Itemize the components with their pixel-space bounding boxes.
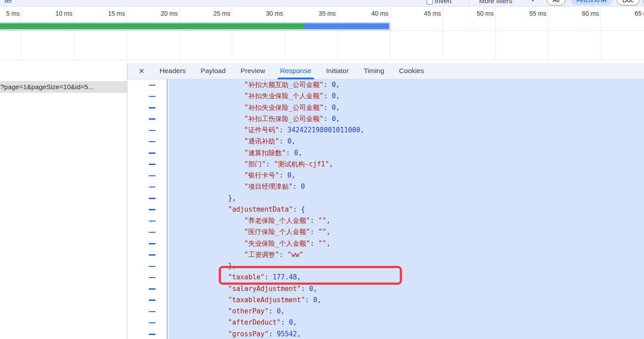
json-line: "速算扣除数": 0, xyxy=(127,148,644,159)
fold-toggle-icon[interactable] xyxy=(149,85,156,86)
invert-checkbox[interactable] xyxy=(427,0,433,4)
json-line: "taxableAdjustment": 0, xyxy=(127,295,644,306)
json-line-text: "证件号码": 342422198001011000, xyxy=(169,125,364,136)
fold-toggle-icon[interactable] xyxy=(149,141,156,143)
fold-toggle-icon[interactable] xyxy=(149,152,156,154)
json-line: "otherPay": 0, xyxy=(127,306,644,317)
json-line-text: "adjustmentData": { xyxy=(169,204,305,215)
json-line-text: "补扣大额互助_公司金额": 0, xyxy=(169,79,340,91)
gutter-cell xyxy=(127,91,169,102)
invert-label[interactable]: Invert xyxy=(435,0,452,4)
fold-toggle-icon[interactable] xyxy=(149,130,156,131)
json-line: "补扣大额互助_公司金额": 0, xyxy=(127,79,644,91)
json-punctuation: : xyxy=(264,273,272,281)
fold-toggle-icon[interactable] xyxy=(149,107,156,109)
json-punctuation: , xyxy=(336,81,340,89)
fold-toggle-icon[interactable] xyxy=(149,209,156,210)
fold-toggle-icon[interactable] xyxy=(149,187,156,188)
response-viewer[interactable]: "补扣大额互助_公司金额": 0,"补扣失业保险_个人金额": 0,"补扣失业保… xyxy=(127,79,644,339)
json-punctuation: , xyxy=(291,137,295,145)
bar-segment-waiting xyxy=(0,23,304,29)
tab-initiator[interactable]: Initiator xyxy=(326,63,349,79)
json-punctuation: : xyxy=(279,171,287,179)
more-filters-button[interactable]: More filters xyxy=(479,0,512,4)
json-line: "养老保险_个人金额": "", xyxy=(127,215,644,226)
tab-payload[interactable]: Payload xyxy=(201,63,226,79)
json-punctuation: : xyxy=(266,160,274,168)
fold-toggle-icon[interactable] xyxy=(149,300,156,301)
fold-toggle-icon[interactable] xyxy=(149,232,156,233)
json-number: 0 xyxy=(309,285,313,293)
toolbar-separator xyxy=(469,0,469,7)
json-line: "工资调整": "ww" xyxy=(127,249,644,261)
json-line-text: "医疗保险_个人金额": "", xyxy=(169,226,330,238)
timeline-tick-label: 50 ms xyxy=(447,10,494,17)
json-key: "补扣工伤保险_公司金额" xyxy=(244,115,324,123)
json-punctuation: : xyxy=(279,251,287,259)
json-number: 0 xyxy=(332,81,336,89)
json-punctuation: , xyxy=(360,126,364,134)
fold-toggle-icon[interactable] xyxy=(149,164,156,165)
json-punctuation: }, xyxy=(228,194,236,202)
json-number: 95542 xyxy=(277,330,297,338)
json-key: "失业保险_个人金额" xyxy=(244,239,310,248)
fold-toggle-icon[interactable] xyxy=(149,221,156,222)
fold-toggle-icon[interactable] xyxy=(149,277,156,278)
gutter-cell xyxy=(127,125,169,136)
overview-divider xyxy=(0,30,644,31)
tab-cookies[interactable]: Cookies xyxy=(399,63,424,79)
fold-toggle-icon[interactable] xyxy=(149,288,156,290)
tab-preview[interactable]: Preview xyxy=(241,63,265,79)
tab-label: Preview xyxy=(241,67,265,74)
filter-input[interactable]: ter xyxy=(4,0,13,4)
chevron-down-icon[interactable]: ▾ xyxy=(532,0,534,3)
filter-chip-fetch-xhr[interactable]: Fetch/XHR xyxy=(571,0,613,5)
json-punctuation: : xyxy=(293,183,301,191)
filter-chip-all[interactable]: All xyxy=(547,0,566,5)
tab-response[interactable]: Response xyxy=(280,63,311,79)
json-number: 0 xyxy=(294,149,298,157)
filter-chip-doc[interactable]: Doc xyxy=(617,0,640,5)
timeline-tick-label: 10 ms xyxy=(26,10,73,17)
fold-toggle-icon[interactable] xyxy=(149,198,156,199)
json-key: "工资调整" xyxy=(244,251,279,259)
request-details-panel: ✕ Headers Payload Preview Response Initi… xyxy=(127,63,644,339)
fold-toggle-icon[interactable] xyxy=(149,96,156,97)
json-key: "养老保险_个人金额" xyxy=(244,217,310,225)
fold-toggle-icon[interactable] xyxy=(149,266,156,267)
fold-toggle-icon[interactable] xyxy=(149,311,156,313)
fold-toggle-icon[interactable] xyxy=(149,118,156,120)
timeline-tick-label: 60 ms xyxy=(553,10,599,17)
active-tab-underline xyxy=(277,78,314,79)
json-key: "taxableAdjustment" xyxy=(228,296,305,304)
json-punctuation: , xyxy=(326,217,330,225)
json-line: }, xyxy=(127,193,644,204)
devtools-network-panel: ter Invert More filters ▾ All Fetch/XHR … xyxy=(0,0,644,339)
tab-headers[interactable]: Headers xyxy=(160,63,186,79)
json-string: "" xyxy=(318,228,326,236)
fold-toggle-icon[interactable] xyxy=(149,334,156,335)
fold-toggle-icon[interactable] xyxy=(149,175,156,177)
json-number: 0 xyxy=(332,115,336,123)
json-line: "失业保险_个人金额": "", xyxy=(127,238,644,249)
json-line: "taxable": 177.48, xyxy=(127,272,644,283)
json-line: "afterDeduct": 0, xyxy=(127,317,644,328)
json-punctuation: : xyxy=(324,81,332,89)
timeline-tick-label: 25 ms xyxy=(184,10,230,17)
json-key: "adjustmentData" xyxy=(228,205,293,213)
close-icon[interactable]: ✕ xyxy=(137,67,146,75)
gutter-cell xyxy=(127,79,169,91)
request-row-selected[interactable]: r?page=1&pageSize=10&id=5... xyxy=(0,81,127,93)
gutter-cell xyxy=(127,204,169,215)
json-number: 0 xyxy=(332,104,336,112)
network-filter-toolbar: ter Invert More filters ▾ All Fetch/XHR … xyxy=(0,0,644,7)
timeline-tick-label: 40 ms xyxy=(342,10,389,17)
fold-toggle-icon[interactable] xyxy=(149,322,156,324)
json-line-text: }, xyxy=(169,193,236,204)
json-line-text: "失业保险_个人金额": "", xyxy=(169,238,330,249)
json-line-text: "补扣工伤保险_公司金额": 0, xyxy=(169,113,340,125)
fold-toggle-icon[interactable] xyxy=(149,243,156,244)
fold-toggle-icon[interactable] xyxy=(149,254,156,256)
tab-timing[interactable]: Timing xyxy=(363,63,384,79)
json-number: 0 xyxy=(287,171,291,179)
